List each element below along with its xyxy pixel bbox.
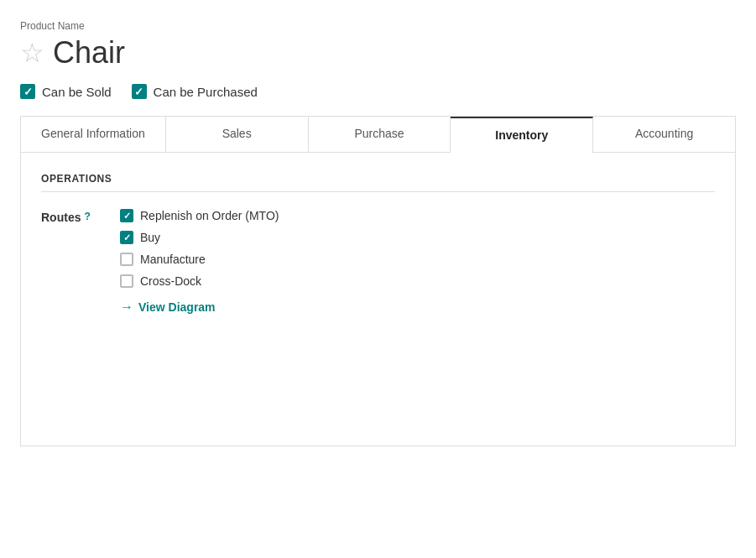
product-flags-row: ✓ Can be Sold ✓ Can be Purchased	[20, 84, 736, 99]
route-buy[interactable]: ✓ Buy	[120, 231, 279, 244]
favorite-star-icon[interactable]: ☆	[20, 39, 44, 66]
tab-content-inventory: Operations Routes ? ✓ Replenish on Order…	[20, 153, 736, 446]
product-name: Chair	[53, 35, 125, 70]
tab-sales[interactable]: Sales	[166, 117, 309, 153]
route-replenish-mto-checkbox: ✓	[120, 209, 133, 222]
can-be-purchased-label: Can be Purchased	[154, 85, 258, 99]
routes-options: ✓ Replenish on Order (MTO) ✓ Buy Manufac…	[120, 209, 279, 315]
product-form: Product Name ☆ Chair ✓ Can be Sold ✓ Can…	[0, 0, 756, 558]
view-diagram-link[interactable]: → View Diagram	[120, 300, 279, 315]
can-be-sold-checkbox-box: ✓	[20, 84, 35, 99]
routes-row: Routes ? ✓ Replenish on Order (MTO) ✓ Bu…	[41, 209, 715, 315]
tab-accounting[interactable]: Accounting	[593, 117, 735, 153]
route-manufacture-label: Manufacture	[140, 253, 206, 266]
view-diagram-label: View Diagram	[138, 300, 216, 314]
route-cross-dock-label: Cross-Dock	[140, 274, 201, 288]
product-title-row: ☆ Chair	[20, 35, 736, 70]
route-buy-label: Buy	[140, 231, 160, 244]
route-cross-dock-checkbox	[120, 274, 133, 288]
route-manufacture[interactable]: Manufacture	[120, 253, 279, 266]
route-replenish-mto-label: Replenish on Order (MTO)	[140, 209, 279, 222]
operations-section-header: Operations	[41, 173, 715, 192]
can-be-sold-checkmark: ✓	[23, 86, 33, 97]
route-manufacture-checkbox	[120, 253, 133, 266]
routes-help-icon[interactable]: ?	[84, 211, 90, 222]
product-name-label: Product Name	[20, 20, 736, 32]
routes-label: Routes ?	[41, 209, 100, 315]
can-be-sold-checkbox[interactable]: ✓ Can be Sold	[20, 84, 112, 99]
tab-general-information[interactable]: General Information	[21, 117, 166, 153]
can-be-purchased-checkbox[interactable]: ✓ Can be Purchased	[132, 84, 258, 99]
route-buy-checkbox: ✓	[120, 231, 133, 244]
view-diagram-arrow: →	[120, 300, 133, 315]
tab-inventory[interactable]: Inventory	[451, 117, 593, 154]
can-be-purchased-checkbox-box: ✓	[132, 84, 147, 99]
can-be-purchased-checkmark: ✓	[134, 86, 143, 97]
route-replenish-mto[interactable]: ✓ Replenish on Order (MTO)	[120, 209, 279, 222]
tabs-bar: General Information Sales Purchase Inven…	[20, 116, 736, 153]
can-be-sold-label: Can be Sold	[42, 85, 112, 99]
tab-purchase[interactable]: Purchase	[309, 117, 451, 153]
route-cross-dock[interactable]: Cross-Dock	[120, 274, 279, 288]
